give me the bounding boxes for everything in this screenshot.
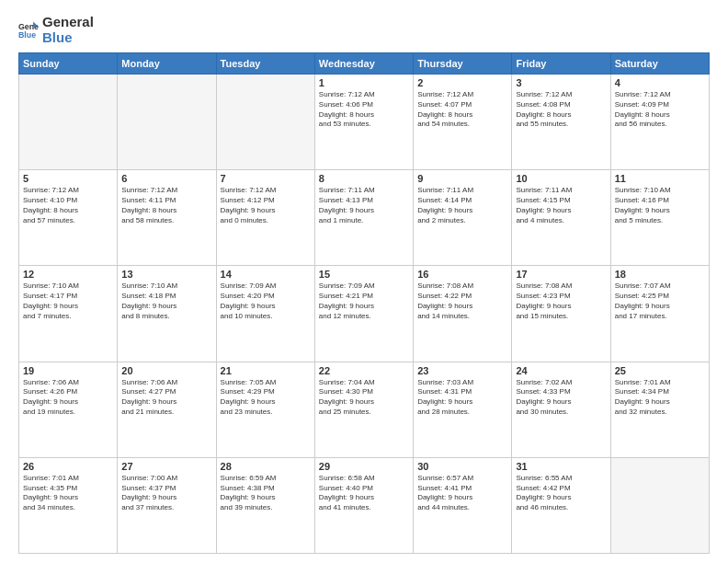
calendar-cell: 24Sunrise: 7:02 AM Sunset: 4:33 PM Dayli… (512, 362, 610, 457)
day-number: 8 (319, 173, 409, 184)
day-info: Sunrise: 7:12 AM Sunset: 4:11 PM Dayligh… (121, 186, 211, 225)
calendar-cell: 23Sunrise: 7:03 AM Sunset: 4:31 PM Dayli… (414, 362, 512, 457)
day-number: 11 (615, 173, 705, 184)
day-number: 27 (121, 461, 211, 472)
day-number: 25 (615, 365, 705, 376)
day-number: 31 (516, 461, 606, 472)
day-number: 26 (23, 461, 113, 472)
page: General Blue General Blue SundayMondayTu… (0, 0, 728, 563)
day-number: 29 (319, 461, 409, 472)
day-number: 20 (121, 365, 211, 376)
day-info: Sunrise: 7:07 AM Sunset: 4:25 PM Dayligh… (615, 282, 705, 321)
day-number: 24 (516, 365, 606, 376)
calendar-cell: 20Sunrise: 7:06 AM Sunset: 4:27 PM Dayli… (118, 362, 216, 457)
day-info: Sunrise: 6:59 AM Sunset: 4:38 PM Dayligh… (221, 474, 311, 513)
day-number: 28 (221, 461, 311, 472)
day-number: 21 (221, 365, 311, 376)
header: General Blue General Blue (18, 15, 710, 45)
day-info: Sunrise: 7:06 AM Sunset: 4:27 PM Dayligh… (121, 378, 211, 418)
day-number: 16 (417, 269, 507, 280)
calendar-day-header: Saturday (610, 53, 709, 75)
day-number: 4 (615, 77, 705, 88)
calendar-cell: 3Sunrise: 7:12 AM Sunset: 4:08 PM Daylig… (512, 75, 610, 170)
calendar-day-header: Thursday (414, 53, 512, 75)
day-info: Sunrise: 7:05 AM Sunset: 4:29 PM Dayligh… (221, 378, 311, 418)
calendar-cell: 5Sunrise: 7:12 AM Sunset: 4:10 PM Daylig… (19, 170, 118, 266)
calendar-cell: 1Sunrise: 7:12 AM Sunset: 4:06 PM Daylig… (314, 75, 413, 170)
day-info: Sunrise: 7:12 AM Sunset: 4:09 PM Dayligh… (615, 90, 705, 130)
day-info: Sunrise: 6:57 AM Sunset: 4:41 PM Dayligh… (417, 474, 507, 513)
calendar-week-row: 19Sunrise: 7:06 AM Sunset: 4:26 PM Dayli… (19, 362, 710, 457)
calendar-cell (216, 75, 314, 170)
day-info: Sunrise: 7:10 AM Sunset: 4:18 PM Dayligh… (121, 282, 211, 321)
calendar-week-row: 12Sunrise: 7:10 AM Sunset: 4:17 PM Dayli… (19, 266, 710, 362)
day-info: Sunrise: 7:00 AM Sunset: 4:37 PM Dayligh… (121, 474, 211, 513)
calendar-day-header: Sunday (19, 53, 118, 75)
calendar-week-row: 5Sunrise: 7:12 AM Sunset: 4:10 PM Daylig… (19, 170, 710, 266)
calendar-cell: 2Sunrise: 7:12 AM Sunset: 4:07 PM Daylig… (414, 75, 512, 170)
calendar-cell: 12Sunrise: 7:10 AM Sunset: 4:17 PM Dayli… (19, 266, 118, 362)
day-info: Sunrise: 7:09 AM Sunset: 4:21 PM Dayligh… (319, 282, 409, 321)
calendar-cell: 21Sunrise: 7:05 AM Sunset: 4:29 PM Dayli… (216, 362, 314, 457)
calendar-cell: 9Sunrise: 7:11 AM Sunset: 4:14 PM Daylig… (414, 170, 512, 266)
calendar-day-header: Tuesday (216, 53, 314, 75)
calendar-week-row: 26Sunrise: 7:01 AM Sunset: 4:35 PM Dayli… (19, 457, 710, 553)
calendar: SundayMondayTuesdayWednesdayThursdayFrid… (18, 52, 710, 554)
day-number: 12 (23, 269, 113, 280)
svg-text:Blue: Blue (18, 30, 36, 40)
day-info: Sunrise: 6:58 AM Sunset: 4:40 PM Dayligh… (319, 474, 409, 513)
day-number: 18 (615, 269, 705, 280)
day-number: 7 (221, 173, 311, 184)
day-info: Sunrise: 7:12 AM Sunset: 4:10 PM Dayligh… (23, 186, 113, 225)
day-info: Sunrise: 7:12 AM Sunset: 4:07 PM Dayligh… (417, 90, 507, 130)
calendar-day-header: Friday (512, 53, 610, 75)
day-info: Sunrise: 7:06 AM Sunset: 4:26 PM Dayligh… (23, 378, 113, 418)
calendar-cell: 15Sunrise: 7:09 AM Sunset: 4:21 PM Dayli… (314, 266, 413, 362)
calendar-cell: 11Sunrise: 7:10 AM Sunset: 4:16 PM Dayli… (610, 170, 709, 266)
calendar-cell: 22Sunrise: 7:04 AM Sunset: 4:30 PM Dayli… (314, 362, 413, 457)
calendar-week-row: 1Sunrise: 7:12 AM Sunset: 4:06 PM Daylig… (19, 75, 710, 170)
day-info: Sunrise: 6:55 AM Sunset: 4:42 PM Dayligh… (516, 474, 606, 513)
day-info: Sunrise: 7:01 AM Sunset: 4:34 PM Dayligh… (615, 378, 705, 418)
calendar-cell: 10Sunrise: 7:11 AM Sunset: 4:15 PM Dayli… (512, 170, 610, 266)
day-info: Sunrise: 7:10 AM Sunset: 4:16 PM Dayligh… (615, 186, 705, 225)
calendar-cell: 16Sunrise: 7:08 AM Sunset: 4:22 PM Dayli… (414, 266, 512, 362)
day-info: Sunrise: 7:03 AM Sunset: 4:31 PM Dayligh… (417, 378, 507, 418)
day-number: 3 (516, 77, 606, 88)
day-number: 2 (417, 77, 507, 88)
day-info: Sunrise: 7:12 AM Sunset: 4:06 PM Dayligh… (319, 90, 409, 130)
day-number: 9 (417, 173, 507, 184)
calendar-cell: 26Sunrise: 7:01 AM Sunset: 4:35 PM Dayli… (19, 457, 118, 553)
day-info: Sunrise: 7:02 AM Sunset: 4:33 PM Dayligh… (516, 378, 606, 418)
day-info: Sunrise: 7:08 AM Sunset: 4:22 PM Dayligh… (417, 282, 507, 321)
day-number: 14 (221, 269, 311, 280)
day-info: Sunrise: 7:11 AM Sunset: 4:14 PM Dayligh… (417, 186, 507, 225)
calendar-day-header: Wednesday (314, 53, 413, 75)
day-number: 5 (23, 173, 113, 184)
calendar-cell (610, 457, 709, 553)
day-number: 23 (417, 365, 507, 376)
calendar-day-header: Monday (118, 53, 216, 75)
day-number: 15 (319, 269, 409, 280)
day-info: Sunrise: 7:11 AM Sunset: 4:13 PM Dayligh… (319, 186, 409, 225)
calendar-cell: 4Sunrise: 7:12 AM Sunset: 4:09 PM Daylig… (610, 75, 709, 170)
calendar-cell: 30Sunrise: 6:57 AM Sunset: 4:41 PM Dayli… (414, 457, 512, 553)
calendar-cell: 25Sunrise: 7:01 AM Sunset: 4:34 PM Dayli… (610, 362, 709, 457)
calendar-cell (118, 75, 216, 170)
day-number: 19 (23, 365, 113, 376)
day-number: 6 (121, 173, 211, 184)
logo: General Blue General Blue (18, 15, 94, 45)
day-number: 1 (319, 77, 409, 88)
day-info: Sunrise: 7:04 AM Sunset: 4:30 PM Dayligh… (319, 378, 409, 418)
day-info: Sunrise: 7:10 AM Sunset: 4:17 PM Dayligh… (23, 282, 113, 321)
calendar-header-row: SundayMondayTuesdayWednesdayThursdayFrid… (19, 53, 710, 75)
day-number: 30 (417, 461, 507, 472)
logo-icon: General Blue (18, 20, 39, 40)
day-info: Sunrise: 7:01 AM Sunset: 4:35 PM Dayligh… (23, 474, 113, 513)
logo-blue: Blue (42, 30, 94, 46)
calendar-cell: 17Sunrise: 7:08 AM Sunset: 4:23 PM Dayli… (512, 266, 610, 362)
day-info: Sunrise: 7:11 AM Sunset: 4:15 PM Dayligh… (516, 186, 606, 225)
calendar-cell: 14Sunrise: 7:09 AM Sunset: 4:20 PM Dayli… (216, 266, 314, 362)
day-number: 17 (516, 269, 606, 280)
day-number: 22 (319, 365, 409, 376)
